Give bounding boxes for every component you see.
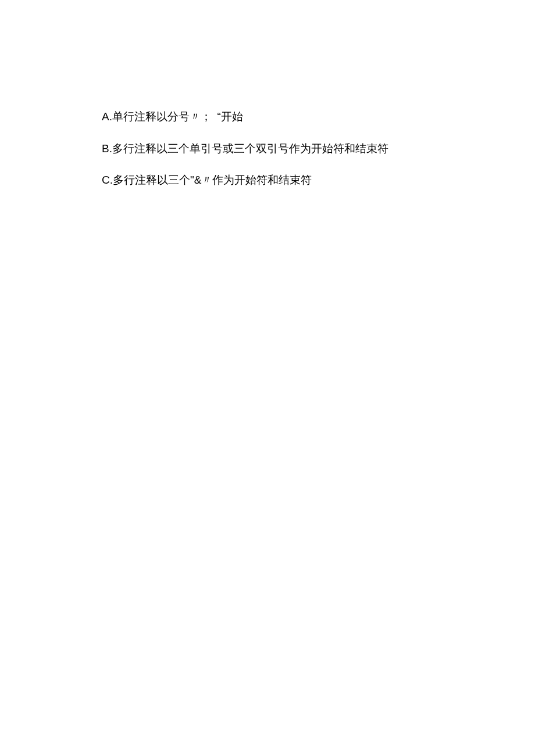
option-b: B.多行注释以三个单引号或三个双引号作为开始符和结束符 bbox=[102, 141, 388, 157]
option-a: A.单行注释以分号〃； “开始 bbox=[102, 109, 388, 125]
option-c: C.多行注释以三个"&〃作为开始符和结束符 bbox=[102, 173, 388, 188]
question-options: A.单行注释以分号〃； “开始 B.多行注释以三个单引号或三个双引号作为开始符和… bbox=[102, 109, 388, 205]
